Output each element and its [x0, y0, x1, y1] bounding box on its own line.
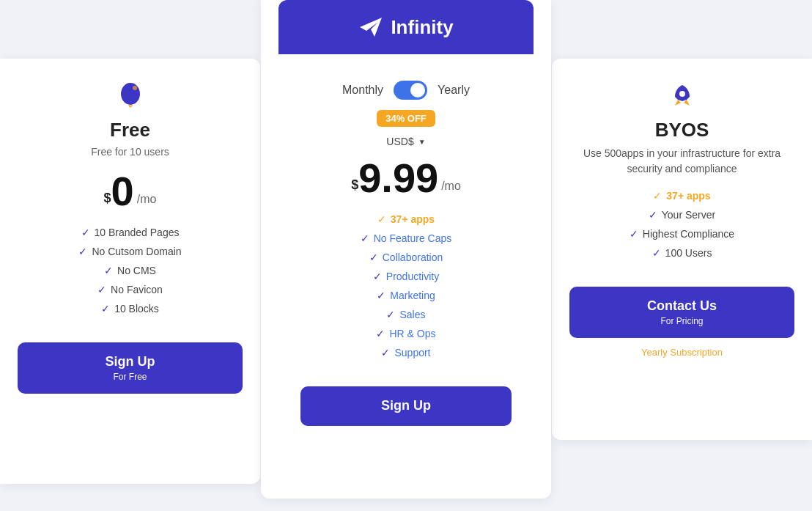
- list-item: ✓ Highest Compliance: [569, 228, 794, 240]
- byos-yearly-label: Yearly Subscription: [641, 347, 723, 358]
- pro-plan-header-title: Infinity: [391, 16, 453, 39]
- check-icon: ✓: [653, 190, 662, 202]
- byos-plan-name: BYOS: [655, 119, 709, 141]
- list-item: ✓ 10 Branded Pages: [18, 227, 243, 238]
- pro-plan-card: Infinity Monthly Yearly 34% OFF USD$ ▼ $…: [261, 0, 551, 499]
- list-item: ✓ Sales: [300, 309, 512, 320]
- check-icon: ✓: [373, 271, 382, 282]
- check-icon: ✓: [630, 228, 638, 240]
- pro-signup-button[interactable]: Sign Up: [300, 386, 512, 426]
- list-item: ✓ HR & Ops: [300, 328, 512, 339]
- pro-plan-content: Monthly Yearly 34% OFF USD$ ▼ $ 9.99 /mo…: [278, 54, 534, 448]
- billing-toggle-section: Monthly Yearly: [300, 66, 512, 110]
- svg-marker-2: [360, 18, 382, 37]
- list-item: ✓ 100 Users: [569, 247, 794, 259]
- byos-plan-card: BYOS Use 500apps in your infrastructure …: [552, 59, 812, 440]
- check-icon: ✓: [652, 247, 661, 259]
- free-plan-name: Free: [110, 119, 150, 141]
- list-item: ✓ Marketing: [300, 290, 512, 301]
- check-icon: ✓: [101, 303, 110, 315]
- chevron-down-icon: ▼: [418, 138, 426, 146]
- byos-contact-button[interactable]: Contact Us For Pricing: [569, 287, 794, 338]
- list-item: ✓ Collaboration: [300, 251, 512, 263]
- svg-point-1: [133, 86, 137, 90]
- currency-selector[interactable]: USD$ ▼: [386, 136, 425, 147]
- check-icon: ✓: [376, 328, 385, 339]
- list-item: ✓ 37+ apps: [300, 213, 512, 225]
- free-features-list: ✓ 10 Branded Pages ✓ No Cutsom Domain ✓ …: [18, 227, 243, 322]
- byos-plan-icon: [666, 81, 698, 113]
- free-price-row: $ 0 /mo: [104, 171, 157, 212]
- discount-badge: 34% OFF: [377, 110, 435, 127]
- check-icon: ✓: [377, 213, 386, 225]
- check-icon: ✓: [361, 232, 369, 244]
- check-icon: ✓: [78, 246, 87, 257]
- pro-price-period: /mo: [441, 180, 461, 193]
- list-item: ✓ No Feature Caps: [300, 232, 512, 244]
- billing-toggle[interactable]: [394, 81, 427, 100]
- check-icon: ✓: [649, 209, 657, 221]
- pro-price-symbol: $: [351, 177, 358, 193]
- list-item: ✓ No CMS: [18, 265, 243, 276]
- yearly-label: Yearly: [438, 84, 470, 97]
- pro-features-list: ✓ 37+ apps ✓ No Feature Caps ✓ Collabora…: [300, 213, 512, 366]
- byos-features-list: ✓ 37+ apps ✓ Your Server ✓ Highest Compl…: [569, 190, 794, 266]
- check-icon: ✓: [104, 265, 113, 276]
- pro-price-row: $ 9.99 /mo: [351, 158, 461, 199]
- list-item: ✓ Your Server: [569, 209, 794, 221]
- free-price-amount: 0: [111, 171, 134, 212]
- pricing-wrapper: Free Free for 10 users $ 0 /mo ✓ 10 Bran…: [0, 0, 812, 511]
- free-price-period: /mo: [137, 193, 157, 206]
- free-plan-card: Free Free for 10 users $ 0 /mo ✓ 10 Bran…: [0, 59, 260, 484]
- free-plan-subtitle: Free for 10 users: [91, 146, 169, 158]
- list-item: ✓ No Cutsom Domain: [18, 246, 243, 257]
- check-icon: ✓: [377, 290, 385, 301]
- list-item: ✓ 10 Blocks: [18, 303, 243, 315]
- free-price-symbol: $: [104, 191, 111, 206]
- check-icon: ✓: [81, 227, 90, 238]
- check-icon: ✓: [369, 251, 378, 263]
- pro-plan-header: Infinity: [278, 0, 534, 54]
- list-item: ✓ No Favicon: [18, 284, 243, 295]
- currency-label: USD$: [386, 136, 413, 147]
- pro-price-amount: 9.99: [358, 158, 438, 199]
- list-item: ✓ Productivity: [300, 271, 512, 282]
- monthly-label: Monthly: [342, 84, 383, 97]
- check-icon: ✓: [386, 309, 395, 320]
- pro-logo-icon: [358, 15, 383, 40]
- check-icon: ✓: [97, 284, 106, 295]
- toggle-knob: [410, 83, 425, 98]
- svg-point-3: [679, 91, 685, 97]
- byos-plan-subtitle: Use 500apps in your infrastructure for e…: [569, 146, 794, 177]
- list-item: ✓ Support: [300, 347, 512, 359]
- list-item: ✓ 37+ apps: [569, 190, 794, 202]
- svg-point-0: [121, 83, 140, 105]
- check-icon: ✓: [381, 347, 390, 359]
- free-signup-button[interactable]: Sign Up For Free: [18, 342, 243, 394]
- free-plan-icon: [114, 81, 147, 113]
